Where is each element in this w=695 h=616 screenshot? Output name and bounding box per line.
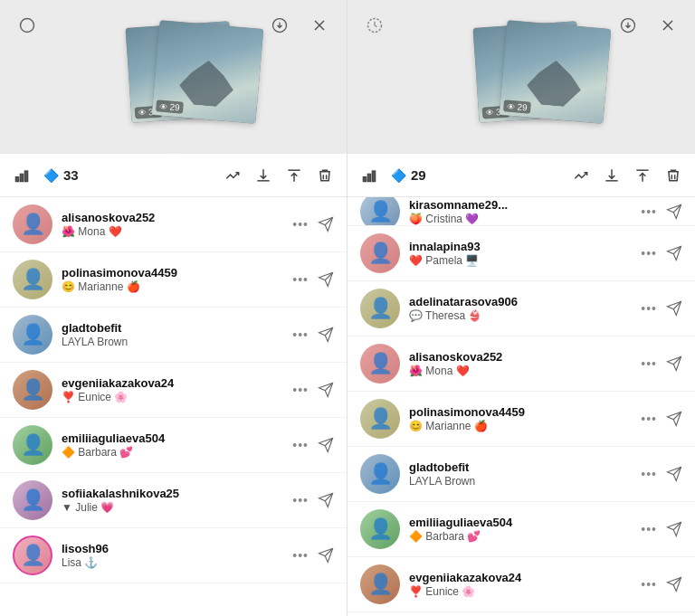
dots-icon: ••• bbox=[641, 246, 657, 261]
more-options-button[interactable]: ••• bbox=[292, 217, 309, 232]
row-actions: ••• bbox=[641, 576, 682, 592]
more-options-button[interactable]: ••• bbox=[641, 522, 657, 536]
preview-area: 👁33👁29 bbox=[0, 0, 347, 154]
more-options-button[interactable]: ••• bbox=[292, 548, 309, 563]
user-row[interactable]: 👤alisanoskova252🌺 Mona ❤️••• bbox=[0, 197, 347, 252]
more-options-button[interactable]: ••• bbox=[641, 467, 657, 481]
send-button[interactable] bbox=[666, 245, 682, 261]
more-options-button[interactable]: ••• bbox=[641, 577, 657, 592]
user-row[interactable]: 👤polinasimonova4459😊 Marianne 🍎••• bbox=[0, 252, 347, 308]
user-subtitle: 🍑 Cristina 💜 bbox=[409, 213, 632, 225]
upload-button[interactable] bbox=[633, 166, 652, 185]
more-options-button[interactable]: ••• bbox=[641, 356, 657, 371]
trend-button[interactable] bbox=[224, 166, 242, 185]
send-button[interactable] bbox=[666, 466, 682, 482]
user-info: alisanoskova252🌺 Mona ❤️ bbox=[62, 211, 283, 238]
send-button[interactable] bbox=[666, 576, 682, 592]
dots-icon: ••• bbox=[641, 577, 657, 592]
avatar: 👤 bbox=[13, 260, 52, 299]
send-button[interactable] bbox=[666, 411, 682, 427]
username: alisanoskova252 bbox=[409, 350, 632, 364]
send-button[interactable] bbox=[318, 547, 334, 564]
more-options-button[interactable]: ••• bbox=[292, 493, 309, 507]
user-row[interactable]: 👤gladtobefitLAYLA Brown••• bbox=[348, 447, 695, 502]
more-options-button[interactable]: ••• bbox=[292, 272, 309, 287]
send-button[interactable] bbox=[318, 327, 334, 343]
user-row[interactable]: 👤emiliiaguliaeva504🔶 Barbara 💕••• bbox=[0, 418, 347, 473]
user-subtitle: ❣️ Eunice 🌸 bbox=[62, 391, 283, 403]
user-subtitle: ▼ Julie 💗 bbox=[62, 501, 283, 514]
circle-icon-button[interactable] bbox=[14, 13, 40, 38]
user-subtitle: 🔶 Barbara 💕 bbox=[62, 446, 283, 459]
user-row[interactable]: 👤adelinatarasova906💬 Theresa 👙••• bbox=[348, 281, 695, 336]
user-subtitle: 😊 Marianne 🍎 bbox=[62, 280, 283, 293]
delete-button[interactable] bbox=[664, 166, 682, 185]
user-row[interactable]: 👤evgeniiakazakova24❣️ Eunice 🌸••• bbox=[0, 363, 347, 418]
photo-card: 👁29 bbox=[500, 20, 612, 124]
download-button[interactable] bbox=[603, 166, 621, 185]
send-button[interactable] bbox=[666, 300, 682, 317]
user-row[interactable]: 👤emiliiaguliaeva504🔶 Barbara 💕••• bbox=[348, 502, 695, 557]
send-button[interactable] bbox=[318, 492, 334, 508]
circle-icon-button[interactable] bbox=[362, 13, 387, 38]
user-info: gladtobefitLAYLA Brown bbox=[62, 321, 283, 348]
user-row[interactable]: 👤lisosh96Lisa ⚓••• bbox=[0, 528, 347, 583]
user-row[interactable]: 👤polinasimonova4459😊 Marianne 🍎••• bbox=[348, 392, 695, 447]
panel-right: 👁33👁29🔷29👤kirasomname29...🍑 Cristina 💜••… bbox=[348, 0, 695, 616]
user-row[interactable]: 👤kirasomname29...🍑 Cristina 💜••• bbox=[348, 197, 695, 226]
eye-icon: 👁 bbox=[507, 101, 516, 111]
user-row[interactable]: 👤innalapina93❤️ Pamela 🖥️••• bbox=[348, 226, 695, 281]
user-row[interactable]: 👤sofiiakalashnikova25▼ Julie 💗••• bbox=[0, 473, 347, 528]
more-options-button[interactable]: ••• bbox=[641, 301, 657, 316]
user-info: polinasimonova4459😊 Marianne 🍎 bbox=[409, 405, 632, 432]
photo-count-badge: 👁29 bbox=[155, 100, 183, 114]
send-button[interactable] bbox=[666, 355, 682, 372]
send-button[interactable] bbox=[318, 437, 334, 453]
more-options-button[interactable]: ••• bbox=[641, 246, 657, 261]
user-row[interactable]: 👤alisanoskova252🌺 Mona ❤️••• bbox=[348, 336, 695, 392]
user-subtitle: 😊 Marianne 🍎 bbox=[409, 420, 632, 432]
user-row[interactable]: 👤gladtobefitLAYLA Brown••• bbox=[0, 308, 347, 363]
user-list: 👤kirasomname29...🍑 Cristina 💜•••👤innalap… bbox=[348, 197, 695, 616]
user-subtitle: 💬 Theresa 👙 bbox=[409, 309, 632, 322]
count-value: 29 bbox=[411, 167, 426, 183]
preview-download-button[interactable] bbox=[615, 13, 641, 38]
user-subtitle: Lisa ⚓ bbox=[62, 556, 283, 569]
avatar: 👤 bbox=[360, 197, 400, 226]
preview-close-button[interactable] bbox=[307, 13, 332, 38]
delete-button[interactable] bbox=[316, 166, 334, 185]
send-button[interactable] bbox=[666, 204, 682, 220]
avatar-image: 👤 bbox=[360, 564, 400, 604]
username: evgeniiakazakova24 bbox=[62, 376, 283, 390]
more-options-button[interactable]: ••• bbox=[292, 438, 309, 452]
row-actions: ••• bbox=[292, 382, 334, 398]
username: alisanoskova252 bbox=[62, 211, 283, 224]
trend-button[interactable] bbox=[572, 166, 590, 185]
toolbar-count: 🔷33 bbox=[43, 167, 211, 183]
dots-icon: ••• bbox=[641, 204, 657, 219]
avatar-image: 👤 bbox=[13, 315, 52, 355]
preview-download-button[interactable] bbox=[267, 13, 292, 38]
row-actions: ••• bbox=[641, 245, 682, 261]
dots-icon: ••• bbox=[641, 301, 657, 316]
send-button[interactable] bbox=[318, 382, 334, 398]
more-options-button[interactable]: ••• bbox=[641, 412, 657, 426]
chart-button[interactable] bbox=[13, 166, 31, 185]
upload-button[interactable] bbox=[285, 166, 303, 185]
more-options-button[interactable]: ••• bbox=[641, 204, 657, 219]
username: innalapina93 bbox=[409, 240, 632, 253]
username: emiliiaguliaeva504 bbox=[62, 431, 283, 445]
more-options-button[interactable]: ••• bbox=[292, 383, 309, 397]
chart-button[interactable] bbox=[360, 166, 378, 185]
preview-close-button[interactable] bbox=[655, 13, 681, 38]
avatar-image: 👤 bbox=[360, 509, 400, 549]
download-button[interactable] bbox=[254, 166, 272, 185]
dots-icon: ••• bbox=[292, 493, 309, 507]
username: emiliiaguliaeva504 bbox=[409, 516, 632, 529]
dots-icon: ••• bbox=[641, 356, 657, 371]
more-options-button[interactable]: ••• bbox=[292, 327, 309, 342]
send-button[interactable] bbox=[318, 271, 334, 288]
user-row[interactable]: 👤evgeniiakazakova24❣️ Eunice 🌸••• bbox=[348, 557, 695, 612]
send-button[interactable] bbox=[666, 521, 682, 537]
send-button[interactable] bbox=[318, 216, 334, 232]
